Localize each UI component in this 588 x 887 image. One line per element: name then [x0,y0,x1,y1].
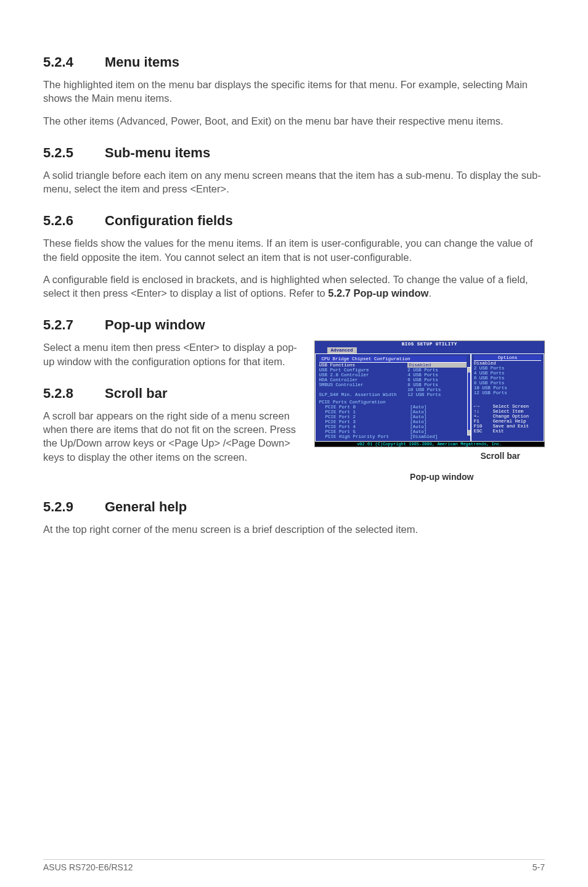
nav-row: F1General Help [474,419,541,424]
para: The other items (Advanced, Power, Boot, … [43,114,545,128]
nav-desc: Select Screen [492,404,541,409]
heading-527: 5.2.7Pop-up window [43,317,545,333]
bios-tab-row: Advanced [315,347,544,353]
bios-row-value: Disabled [407,363,467,368]
bios-tab-advanced: Advanced [327,347,357,353]
heading-num: 5.2.8 [43,386,105,402]
bios-footer: v02.61 (C)Copyright 1985-2009, American … [315,442,544,447]
footer-left: ASUS RS720-E6/RS12 [43,862,133,872]
bios-row: USB 2.0 Controller4 USB Ports [319,373,467,377]
bios-row-value: [Auto] [410,405,467,410]
bios-row-label: PCIE High Priority Port [325,434,410,439]
nav-row: ↑↓Select Item [474,409,541,414]
caption-scrollbar: Scroll bar [314,451,545,461]
bios-window: BIOS SETUP UTILITY Advanced CPU Bridge C… [314,340,545,447]
bios-row: SLP_S4# Min. Assertion Width12 USB Ports [319,392,467,397]
nav-row: ←→Select Screen [474,404,541,409]
bios-row-value: 12 USB Ports [407,392,467,397]
heading-529: 5.2.9General help [43,499,545,515]
page-footer: ASUS RS720-E6/RS12 5-7 [43,859,545,872]
scrollbar-track [467,367,471,435]
para: The highlighted item on the menu bar dis… [43,78,545,105]
bios-row-label: USB Functions [319,363,408,368]
bios-row-label: PCIE Port 1 [325,410,410,415]
scrollbar-thumb-bottom [468,430,470,435]
bios-row-value: 6 USB Ports [407,377,467,382]
options-list: Disabled2 USB Ports4 USB Ports6 USB Port… [474,361,541,395]
right-column: BIOS SETUP UTILITY Advanced CPU Bridge C… [314,340,545,482]
options-title: Options [474,355,541,361]
option-item: Disabled [474,361,541,366]
bios-pcie-row: PCIE Port 1[Auto] [319,410,467,415]
bios-row-value: 2 USB Ports [407,368,467,373]
heading-title: Scroll bar [105,386,167,401]
para: At the top right corner of the menu scre… [43,522,545,536]
option-item: 6 USB Ports [474,376,541,381]
option-item: 8 USB Ports [474,381,541,386]
heading-524: 5.2.4Menu items [43,54,545,70]
bios-row-label: USB 2.0 Controller [319,373,408,377]
heading-title: Pop-up window [105,317,205,332]
nav-row: +-Change Option [474,414,541,419]
nav-key: F1 [474,419,493,424]
left-column: Select a menu item then press <Enter> to… [43,340,302,472]
bios-row-value: [Auto] [410,415,467,419]
bios-row-label: SMBUS Controller [319,382,408,387]
page: 5.2.4Menu items The highlighted item on … [0,0,588,887]
bios-pcie-row: PCIE Port 5[Auto] [319,429,467,434]
para-part: A configurable field is enclosed in brac… [43,274,528,299]
bios-pcie-row: PCIE High Priority Port[Disabled] [319,434,467,439]
para: Select a menu item then press <Enter> to… [43,340,302,368]
heading-num: 5.2.9 [43,499,105,515]
bios-pcie-row: PCIE Port 4[Auto] [319,424,467,429]
nav-key: ESC [474,429,493,434]
bios-row: USB FunctionsDisabled [319,363,467,368]
heading-num: 5.2.5 [43,145,105,161]
nav-desc: Select Item [492,409,541,414]
heading-title: Configuration fields [105,213,233,228]
bios-row-label: PCIE Port 3 [325,419,410,424]
bios-main: CPU Bridge Chipset Configuration USB Fun… [315,353,544,442]
bios-left-pane: CPU Bridge Chipset Configuration USB Fun… [315,353,471,442]
bios-row-label: USB Port Configure [319,368,408,373]
bios-row-value: [Disabled] [410,434,467,439]
scrollbar-thumb-top [468,368,470,373]
bios-title: BIOS SETUP UTILITY [315,341,544,347]
bios-row-value: [Auto] [410,419,467,424]
bios-pcie-rows: PCIE Port 0[Auto]PCIE Port 1[Auto]PCIE P… [319,405,467,439]
two-column: Select a menu item then press <Enter> to… [43,340,545,482]
bios-right-pane: Options Disabled2 USB Ports4 USB Ports6 … [471,353,544,442]
nav-key: ←→ [474,404,493,409]
bios-rows: USB FunctionsDisabledUSB Port Configure2… [319,363,467,397]
nav-desc: Save and Exit [492,424,541,429]
spacer [474,395,541,404]
bios-screenshot: BIOS SETUP UTILITY Advanced CPU Bridge C… [314,340,545,482]
para: A configurable field is enclosed in brac… [43,273,545,300]
nav-desc: Exit [492,429,541,434]
label: PCIE Ports Configuration [319,400,467,405]
heading-525: 5.2.5Sub-menu items [43,145,545,161]
bios-pcie-row: PCIE Port 2[Auto] [319,415,467,419]
bios-row: HDA Controller6 USB Ports [319,377,467,382]
para: These fields show the values for the men… [43,236,545,264]
bios-pcie-row: PCIE Port 0[Auto] [319,405,467,410]
heading-title: Sub-menu items [105,145,210,160]
heading-title: General help [105,499,187,514]
nav-key: F10 [474,424,493,429]
bios-pcie-header: PCIE Ports Configuration [319,400,467,405]
nav-key: +- [474,414,493,419]
nav-key: ↑↓ [474,409,493,414]
bios-row-label: PCIE Port 2 [325,415,410,419]
bios-row: 10 USB Ports [319,387,467,392]
bios-row-value: 4 USB Ports [407,373,467,377]
bios-section-header: CPU Bridge Chipset Configuration [319,356,467,363]
option-item: 4 USB Ports [474,371,541,376]
bios-row-label: HDA Controller [319,377,408,382]
heading-num: 5.2.4 [43,54,105,70]
option-item: 12 USB Ports [474,390,541,395]
nav-row: ESCExit [474,429,541,434]
heading-num: 5.2.7 [43,317,105,333]
nav-desc: General Help [492,419,541,424]
caption-popup: Pop-up window [339,472,545,482]
bios-row-label [319,387,408,392]
